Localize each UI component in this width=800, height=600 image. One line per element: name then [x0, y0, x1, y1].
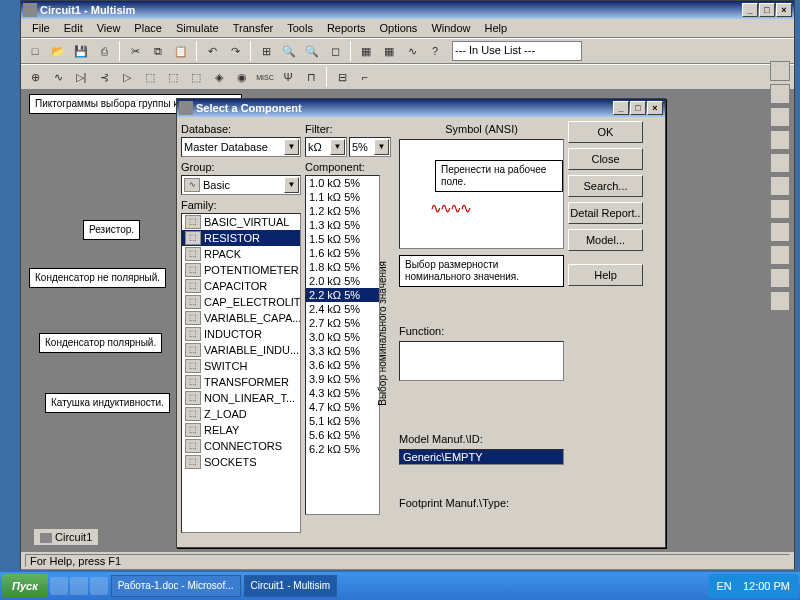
diode-icon[interactable]: ▷| [71, 67, 91, 87]
start-button[interactable]: Пуск [2, 574, 48, 598]
bode-icon[interactable] [770, 153, 790, 173]
dialog-close-button[interactable]: × [647, 101, 663, 115]
copy-icon[interactable]: ⧉ [148, 41, 168, 61]
family-item[interactable]: ⬚CONNECTORS [182, 438, 300, 454]
dialog-titlebar[interactable]: Select a Component _ □ × [177, 99, 665, 117]
mixed-icon[interactable]: ◈ [209, 67, 229, 87]
component-item[interactable]: 1.5 kΩ 5% [306, 232, 379, 246]
redo-icon[interactable]: ↷ [225, 41, 245, 61]
quicklaunch-explorer-icon[interactable] [90, 577, 108, 595]
maximize-button[interactable]: □ [759, 3, 775, 17]
bus-icon[interactable]: ⌐ [355, 67, 375, 87]
component-item[interactable]: 3.6 kΩ 5% [306, 358, 379, 372]
component-item[interactable]: 3.3 kΩ 5% [306, 344, 379, 358]
close-button[interactable]: Close [568, 148, 643, 170]
oscilloscope-icon[interactable] [770, 130, 790, 150]
menu-simulate[interactable]: Simulate [169, 20, 226, 36]
component-item[interactable]: 4.7 kΩ 5% [306, 400, 379, 414]
print-icon[interactable]: ⎙ [94, 41, 114, 61]
component-item[interactable]: 2.0 kΩ 5% [306, 274, 379, 288]
family-item[interactable]: ⬚TRANSFORMER [182, 374, 300, 390]
chevron-down-icon[interactable]: ▼ [284, 139, 299, 155]
menu-window[interactable]: Window [424, 20, 477, 36]
family-item[interactable]: ⬚Z_LOAD [182, 406, 300, 422]
zoom-fit-icon[interactable]: ⊞ [256, 41, 276, 61]
family-item[interactable]: ⬚VARIABLE_INDU... [182, 342, 300, 358]
component-item[interactable]: 1.3 kΩ 5% [306, 218, 379, 232]
logic-conv-icon[interactable] [770, 222, 790, 242]
menu-edit[interactable]: Edit [57, 20, 90, 36]
rf-icon[interactable]: Ψ [278, 67, 298, 87]
menu-tools[interactable]: Tools [280, 20, 320, 36]
hierarchy-icon[interactable]: ⊟ [332, 67, 352, 87]
grid-icon[interactable]: ▦ [379, 41, 399, 61]
search-button[interactable]: Search... [568, 175, 643, 197]
family-item[interactable]: ⬚POTENTIOMETER [182, 262, 300, 278]
component-listbox[interactable]: 1.0 kΩ 5%1.1 kΩ 5%1.2 kΩ 5%1.3 kΩ 5%1.5 … [305, 175, 380, 515]
family-item[interactable]: ⬚SWITCH [182, 358, 300, 374]
detail-report-button[interactable]: Detail Report.. [568, 202, 643, 224]
filter-tol-combo[interactable]: 5%▼ [349, 137, 391, 157]
model-button[interactable]: Model... [568, 229, 643, 251]
logic-analyzer-icon[interactable] [770, 199, 790, 219]
component-item[interactable]: 1.8 kΩ 5% [306, 260, 379, 274]
electromech-icon[interactable]: ⊓ [301, 67, 321, 87]
family-item[interactable]: ⬚INDUCTOR [182, 326, 300, 342]
spectrum-icon[interactable] [770, 268, 790, 288]
inuse-list-combo[interactable]: --- In Use List --- [452, 41, 582, 61]
family-listbox[interactable]: ⬚BASIC_VIRTUAL⬚RESISTOR⬚RPACK⬚POTENTIOME… [181, 213, 301, 533]
zoom-in-icon[interactable]: 🔍 [279, 41, 299, 61]
menu-file[interactable]: File [25, 20, 57, 36]
system-tray[interactable]: EN 12:00 PM [709, 574, 799, 598]
cmos-icon[interactable]: ⬚ [163, 67, 183, 87]
component-item[interactable]: 1.2 kΩ 5% [306, 204, 379, 218]
family-item[interactable]: ⬚SOCKETS [182, 454, 300, 470]
component-item[interactable]: 2.7 kΩ 5% [306, 316, 379, 330]
paste-icon[interactable]: 📋 [171, 41, 191, 61]
minimize-button[interactable]: _ [742, 3, 758, 17]
help-icon[interactable]: ? [425, 41, 445, 61]
multimeter-icon[interactable] [770, 61, 790, 81]
source-icon[interactable]: ⊕ [25, 67, 45, 87]
chevron-down-icon[interactable]: ▼ [374, 139, 389, 155]
filter-unit-combo[interactable]: kΩ▼ [305, 137, 347, 157]
family-item[interactable]: ⬚NON_LINEAR_T... [182, 390, 300, 406]
menu-reports[interactable]: Reports [320, 20, 373, 36]
family-item[interactable]: ⬚RESISTOR [182, 230, 300, 246]
dialog-minimize-button[interactable]: _ [613, 101, 629, 115]
component-item[interactable]: 5.6 kΩ 5% [306, 428, 379, 442]
titlebar[interactable]: Circuit1 - Multisim _ □ × [21, 1, 794, 19]
db-icon[interactable]: ▦ [356, 41, 376, 61]
close-button[interactable]: × [776, 3, 792, 17]
chevron-down-icon[interactable]: ▼ [330, 139, 345, 155]
menu-options[interactable]: Options [372, 20, 424, 36]
quicklaunch-desktop-icon[interactable] [70, 577, 88, 595]
taskbar-task-word[interactable]: Работа-1.doc - Microsof... [111, 575, 241, 597]
database-combo[interactable]: Master Database▼ [181, 137, 301, 157]
analog-icon[interactable]: ▷ [117, 67, 137, 87]
indicator-icon[interactable]: ◉ [232, 67, 252, 87]
family-item[interactable]: ⬚CAP_ELECTROLIT [182, 294, 300, 310]
new-icon[interactable]: □ [25, 41, 45, 61]
taskbar-task-multisim[interactable]: Circuit1 - Multisim [244, 575, 337, 597]
analysis-icon[interactable]: ∿ [402, 41, 422, 61]
save-icon[interactable]: 💾 [71, 41, 91, 61]
component-item[interactable]: 4.3 kΩ 5% [306, 386, 379, 400]
component-item[interactable]: 2.4 kΩ 5% [306, 302, 379, 316]
chevron-down-icon[interactable]: ▼ [284, 177, 299, 193]
circuit-tab[interactable]: Circuit1 [33, 528, 99, 546]
basic-icon[interactable]: ∿ [48, 67, 68, 87]
wattmeter-icon[interactable] [770, 107, 790, 127]
menu-transfer[interactable]: Transfer [226, 20, 281, 36]
ttl-icon[interactable]: ⬚ [140, 67, 160, 87]
component-item[interactable]: 1.0 kΩ 5% [306, 176, 379, 190]
funcgen-icon[interactable] [770, 84, 790, 104]
dialog-maximize-button[interactable]: □ [630, 101, 646, 115]
dist-analyzer-icon[interactable] [770, 245, 790, 265]
undo-icon[interactable]: ↶ [202, 41, 222, 61]
component-item[interactable]: 3.9 kΩ 5% [306, 372, 379, 386]
component-item[interactable]: 1.6 kΩ 5% [306, 246, 379, 260]
family-item[interactable]: ⬚RELAY [182, 422, 300, 438]
component-item[interactable]: 5.1 kΩ 5% [306, 414, 379, 428]
zoom-area-icon[interactable]: ◻ [325, 41, 345, 61]
